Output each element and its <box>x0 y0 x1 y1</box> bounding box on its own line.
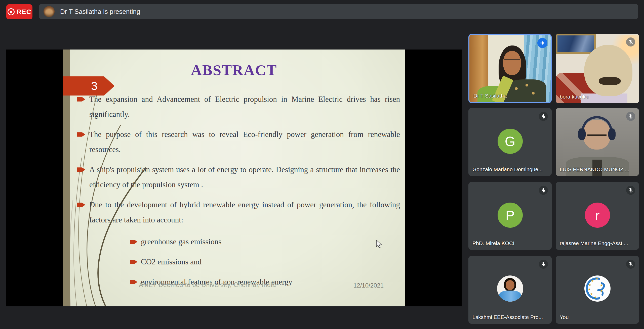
participant-initial-avatar: r <box>585 203 610 228</box>
slide-footer-date: 12/10/2021 <box>353 282 384 289</box>
participant-name: Dr T Sasilatha <box>473 93 507 99</box>
svg-text:★: ★ <box>588 288 591 291</box>
svg-text:★: ★ <box>600 289 603 293</box>
bullet-text: A ship's propulsion system uses a lot of… <box>89 165 400 189</box>
participant-name: You <box>560 314 569 320</box>
mic-off-icon <box>626 37 635 46</box>
bullet-text: The expansion and Advancement of Electri… <box>89 95 400 119</box>
bullet-text: The purpose of this research was to reve… <box>89 130 400 154</box>
presentation-slide: 3 ABSTRACT The expansion and Advancement… <box>63 50 405 306</box>
mic-off-icon <box>539 260 548 269</box>
presenter-banner-text: Dr T Sasilatha is presenting <box>60 8 140 16</box>
participant-tile[interactable]: ★★ ★★ ★★ ★★ You <box>556 256 639 324</box>
mic-off-icon <box>539 112 548 121</box>
sub-bullet-text: greenhouse gas emissions <box>141 237 221 246</box>
bullet-text: Due to the development of hybrid renewab… <box>89 200 400 224</box>
screen-share-area: 3 ABSTRACT The expansion and Advancement… <box>6 50 462 306</box>
svg-text:★: ★ <box>588 283 591 287</box>
meet-window: REC Dr T Sasilatha is presenting 3 ABSTR… <box>0 0 644 329</box>
participant-name: PhD. Mirela KOCI <box>472 240 514 246</box>
participant-initial-avatar: P <box>498 203 523 228</box>
participant-tile[interactable]: G Gonzalo Mariano Domingue... <box>468 108 552 176</box>
participant-tile[interactable]: bora kucuku <box>556 34 639 103</box>
participant-name: rajasree Marine Engg-Asst ... <box>560 240 628 246</box>
participant-name: bora kucuku <box>560 94 588 100</box>
svg-text:★: ★ <box>590 292 593 296</box>
slide-number: 3 <box>91 79 98 93</box>
participant-tile[interactable]: Dr T Sasilatha <box>468 34 552 103</box>
record-icon <box>8 8 15 15</box>
svg-text:★: ★ <box>600 284 603 287</box>
participant-initial-avatar: G <box>498 129 523 154</box>
presenter-banner: Dr T Sasilatha is presenting <box>39 4 638 19</box>
participant-photo-avatar <box>497 275 523 302</box>
participant-tile[interactable]: r rajasree Marine Engg-Asst ... <box>556 182 639 250</box>
avatar-initial: P <box>505 207 514 223</box>
slide-footer-institution: AMET Deemed to be University, Chennai, I… <box>139 281 276 289</box>
sub-bullet-item: CO2 emissions and <box>141 254 367 269</box>
participant-logo-avatar: ★★ ★★ ★★ ★★ <box>584 275 611 302</box>
participant-tile[interactable]: LUIS FERNANDO MUÑOZ ... <box>556 108 639 176</box>
svg-text:★: ★ <box>591 279 594 283</box>
recording-badge: REC <box>6 4 32 19</box>
mic-off-icon <box>626 186 635 195</box>
mouse-cursor <box>376 240 383 249</box>
slide-bullet-list: The expansion and Advancement of Electri… <box>89 92 400 232</box>
bullet-item: Due to the development of hybrid renewab… <box>89 197 400 227</box>
participant-name: Lakshmi EEE-Associate Pro... <box>472 314 543 320</box>
bullet-item: The purpose of this research was to reve… <box>89 127 400 157</box>
participant-name: Gonzalo Mariano Domingue... <box>472 166 543 172</box>
sub-bullet-item: greenhouse gas emissions <box>141 234 367 249</box>
svg-text:★: ★ <box>594 296 597 299</box>
audio-level-indicator <box>537 38 547 48</box>
top-bar: REC Dr T Sasilatha is presenting <box>0 0 644 24</box>
bullet-item: The expansion and Advancement of Electri… <box>89 92 400 122</box>
slide-title: ABSTRACT <box>63 62 405 79</box>
sub-bullet-text: CO2 emissions and <box>141 257 202 266</box>
recording-label: REC <box>17 8 31 16</box>
bullet-item: A ship's propulsion system uses a lot of… <box>89 162 400 192</box>
participant-tile[interactable]: Lakshmi EEE-Associate Pro... <box>468 256 552 324</box>
mic-off-icon <box>626 260 635 269</box>
participant-name: LUIS FERNANDO MUÑOZ ... <box>560 166 629 172</box>
mic-off-icon <box>539 186 548 195</box>
svg-text:★: ★ <box>595 276 598 280</box>
avatar-initial: G <box>505 133 515 149</box>
avatar-initial: r <box>595 207 600 223</box>
mic-off-icon <box>626 112 635 121</box>
presenter-avatar <box>44 6 55 17</box>
participant-tile[interactable]: P PhD. Mirela KOCI <box>468 182 552 250</box>
